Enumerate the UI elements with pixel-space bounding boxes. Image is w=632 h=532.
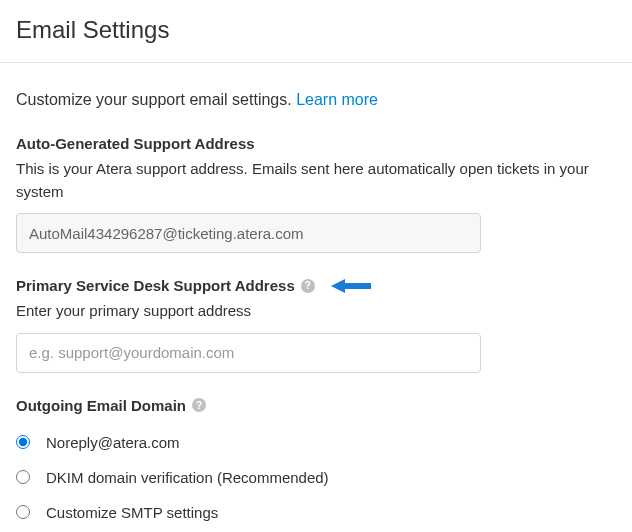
page-title: Email Settings [16,16,616,44]
learn-more-link[interactable]: Learn more [296,91,378,108]
primary-address-help: Enter your primary support address [16,300,616,323]
primary-address-input[interactable] [16,333,481,373]
auto-generated-input[interactable] [16,213,481,253]
radio-label[interactable]: DKIM domain verification (Recommended) [46,469,329,486]
radio-label[interactable]: Noreply@atera.com [46,434,180,451]
primary-address-section: Primary Service Desk Support Address ? E… [16,277,616,373]
radio-option-dkim[interactable]: DKIM domain verification (Recommended) [16,469,616,486]
radio-input[interactable] [16,470,30,484]
auto-generated-section: Auto-Generated Support Address This is y… [16,135,616,253]
intro-text: Customize your support email settings. L… [16,91,616,109]
radio-input[interactable] [16,435,30,449]
outgoing-domain-label: Outgoing Email Domain [16,397,186,414]
auto-generated-help: This is your Atera support address. Emai… [16,158,616,203]
radio-label[interactable]: Customize SMTP settings [46,504,218,521]
help-icon[interactable]: ? [301,279,315,293]
arrow-left-icon [331,278,371,294]
intro-copy: Customize your support email settings. [16,91,296,108]
primary-address-label: Primary Service Desk Support Address [16,277,295,294]
auto-generated-label: Auto-Generated Support Address [16,135,255,152]
outgoing-domain-section: Outgoing Email Domain ? Noreply@atera.co… [16,397,616,521]
radio-input[interactable] [16,505,30,519]
help-icon[interactable]: ? [192,398,206,412]
outgoing-domain-radio-group: Noreply@atera.com DKIM domain verificati… [16,434,616,521]
radio-option-smtp[interactable]: Customize SMTP settings [16,504,616,521]
radio-option-noreply[interactable]: Noreply@atera.com [16,434,616,451]
